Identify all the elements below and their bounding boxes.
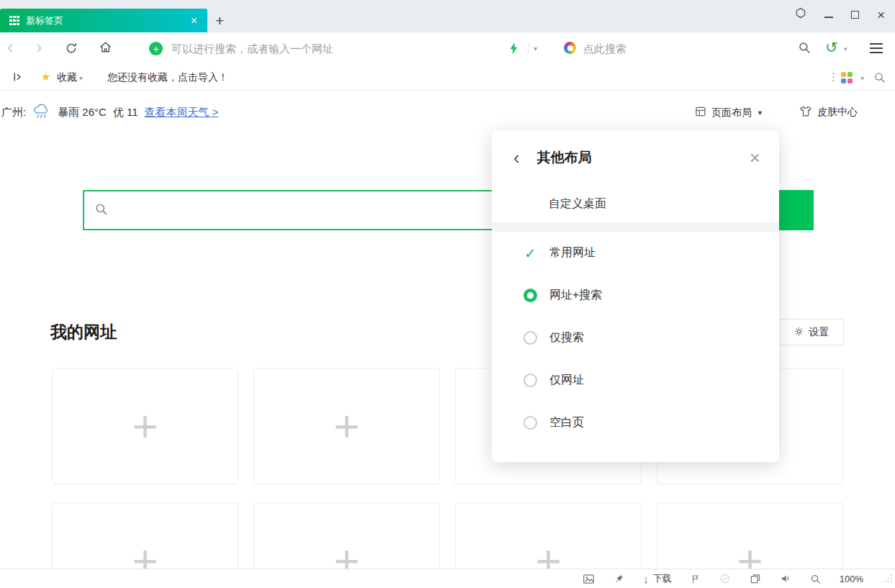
chevron-down-icon[interactable]: ▾ bbox=[860, 74, 864, 82]
images-icon[interactable] bbox=[583, 573, 595, 585]
forward-icon[interactable]: › bbox=[36, 36, 42, 58]
option-label: 仅网址 bbox=[549, 373, 584, 388]
add-site-tile[interactable]: + bbox=[253, 368, 440, 484]
settings-label: 设置 bbox=[809, 326, 829, 339]
popup-header: ‹ 其他布局 × bbox=[492, 130, 779, 185]
refresh-icon[interactable] bbox=[65, 42, 78, 58]
back-chevron-icon[interactable]: ‹ bbox=[513, 148, 520, 167]
plus-icon: + bbox=[333, 406, 359, 446]
lightning-icon[interactable] bbox=[509, 41, 518, 58]
check-icon: ✓ bbox=[523, 246, 537, 261]
close-button[interactable]: × bbox=[877, 8, 885, 22]
gear-icon bbox=[793, 326, 804, 339]
weekly-weather-link[interactable]: 查看本周天气 > bbox=[145, 106, 219, 119]
layout-options-list: ✓ 常用网址 网址+搜索 仅搜索 仅网址 空白页 bbox=[492, 232, 779, 444]
add-site-tile[interactable]: + bbox=[657, 502, 843, 569]
zoom-search-icon[interactable] bbox=[810, 574, 821, 584]
back-icon[interactable]: ‹ bbox=[7, 36, 13, 58]
bookmarks-bar: ★ 收藏 ▾ 您还没有收藏，点击导入！ ⋮ ▾ bbox=[0, 65, 895, 91]
weather-widget: 广州: 暴雨 26°C 优 11 查看本周天气 > bbox=[1, 104, 219, 122]
new-tab-button[interactable]: + bbox=[215, 13, 224, 28]
option-label: 常用网址 bbox=[549, 245, 595, 261]
layout-grid-icon bbox=[695, 106, 706, 119]
search-icon bbox=[94, 202, 108, 219]
tab-close-icon[interactable]: × bbox=[191, 15, 197, 27]
layout-option-search-only[interactable]: 仅搜索 bbox=[492, 317, 779, 359]
maximize-button[interactable] bbox=[851, 11, 859, 19]
zoom-level[interactable]: 100% bbox=[840, 574, 863, 584]
option-label: 仅搜索 bbox=[549, 330, 584, 345]
plus-icon: + bbox=[333, 540, 359, 569]
search-icon[interactable] bbox=[798, 41, 811, 57]
sound-icon[interactable] bbox=[780, 573, 791, 584]
plus-icon: + bbox=[132, 406, 158, 446]
tab-favicon-grid-icon bbox=[9, 16, 19, 25]
restore-closed-tab-icon[interactable]: ↺ bbox=[825, 38, 838, 56]
pin-icon[interactable] bbox=[613, 574, 624, 584]
menu-icon[interactable] bbox=[870, 43, 883, 53]
radio-icon[interactable] bbox=[523, 331, 537, 345]
option-label: 空白页 bbox=[549, 415, 584, 430]
plus-icon: + bbox=[535, 540, 561, 569]
weather-condition: 暴雨 26°C bbox=[58, 106, 107, 119]
bookmark-search-icon[interactable] bbox=[873, 71, 886, 86]
tab-title: 新标签页 bbox=[26, 14, 191, 27]
resize-grip-icon[interactable] bbox=[883, 573, 893, 586]
chevron-down-icon[interactable]: ▾ bbox=[844, 45, 847, 53]
star-icon: ★ bbox=[41, 71, 50, 83]
shield-plus-icon: + bbox=[149, 42, 163, 55]
option-label: 网址+搜索 bbox=[549, 288, 602, 303]
page-layout-label: 页面布局 bbox=[711, 107, 752, 119]
skin-center-button[interactable]: 皮肤中心 bbox=[799, 105, 858, 119]
radio-selected-icon[interactable] bbox=[523, 289, 537, 302]
skin-center-label: 皮肤中心 bbox=[817, 106, 858, 119]
quick-search-field[interactable]: 点此搜索 bbox=[583, 42, 626, 56]
custom-desktop-label: 自定义桌面 bbox=[549, 196, 606, 212]
titlebar: 新标签页 × + × bbox=[0, 0, 895, 32]
multi-window-icon[interactable] bbox=[750, 573, 761, 584]
protect-hexagon-icon[interactable] bbox=[795, 7, 806, 22]
minimize-button[interactable] bbox=[824, 17, 833, 18]
overflow-dots-icon[interactable]: ⋮ bbox=[828, 71, 839, 83]
chevron-down-icon[interactable]: ▾ bbox=[534, 45, 537, 53]
layout-option-sites-only[interactable]: 仅网址 bbox=[492, 359, 779, 402]
air-quality: 优 11 bbox=[113, 106, 138, 119]
my-sites-title: 我的网址 bbox=[50, 321, 117, 343]
other-layouts-popup: ‹ 其他布局 × 自定义桌面 ✓ 常用网址 网址+搜索 仅搜索 仅网址 bbox=[492, 130, 779, 462]
nav-toolbar: ‹ › + 可以进行搜索，或者输入一个网址 ▾ 点此搜索 ↺ ▾ bbox=[0, 32, 895, 65]
popup-title: 其他布局 bbox=[537, 148, 750, 167]
bookmarks-import-hint[interactable]: 您还没有收藏，点击导入！ bbox=[107, 71, 228, 84]
layout-option-blank-page[interactable]: 空白页 bbox=[492, 402, 779, 444]
add-site-tile[interactable]: + bbox=[52, 502, 238, 569]
layout-option-sites-plus-search[interactable]: 网址+搜索 bbox=[492, 274, 779, 317]
shirt-icon bbox=[799, 105, 812, 119]
chevron-down-icon[interactable]: ▾ bbox=[79, 74, 83, 82]
browser-window: 新标签页 × + × ‹ › + 可以进行搜索，或者输入一个网址 ▾ 点此 bbox=[0, 0, 895, 588]
weather-city: 广州: bbox=[1, 106, 26, 119]
layout-option-common-sites[interactable]: ✓ 常用网址 bbox=[492, 232, 779, 274]
custom-desktop-item[interactable]: 自定义桌面 bbox=[492, 185, 779, 222]
add-site-tile[interactable]: + bbox=[52, 368, 238, 484]
favorites-button[interactable]: 收藏 bbox=[57, 71, 77, 84]
apps-grid-icon[interactable] bbox=[841, 72, 853, 83]
download-button[interactable]: ↓ 下载 bbox=[643, 572, 672, 585]
address-bar[interactable]: 可以进行搜索，或者输入一个网址 bbox=[171, 42, 333, 56]
download-label: 下载 bbox=[653, 572, 672, 585]
sidebar-toggle-icon[interactable] bbox=[12, 71, 24, 86]
plus-icon: + bbox=[737, 540, 763, 569]
radio-icon[interactable] bbox=[523, 416, 537, 430]
close-icon[interactable]: × bbox=[750, 148, 760, 167]
browser-tab[interactable]: 新标签页 × bbox=[0, 9, 207, 32]
sites-settings-button[interactable]: 设置 bbox=[778, 319, 844, 345]
report-flag-icon[interactable] bbox=[691, 574, 701, 584]
section-divider bbox=[492, 222, 779, 232]
caret-down-icon: ▼ bbox=[757, 109, 763, 117]
window-controls: × bbox=[795, 7, 885, 22]
add-site-tile[interactable]: + bbox=[253, 502, 440, 569]
search-engine-icon[interactable] bbox=[564, 42, 576, 54]
add-site-tile[interactable]: + bbox=[455, 502, 642, 569]
radio-icon[interactable] bbox=[523, 374, 537, 387]
page-layout-button[interactable]: 页面布局 ▼ bbox=[695, 106, 763, 119]
home-icon[interactable] bbox=[99, 40, 112, 57]
rain-cloud-icon bbox=[32, 104, 51, 122]
